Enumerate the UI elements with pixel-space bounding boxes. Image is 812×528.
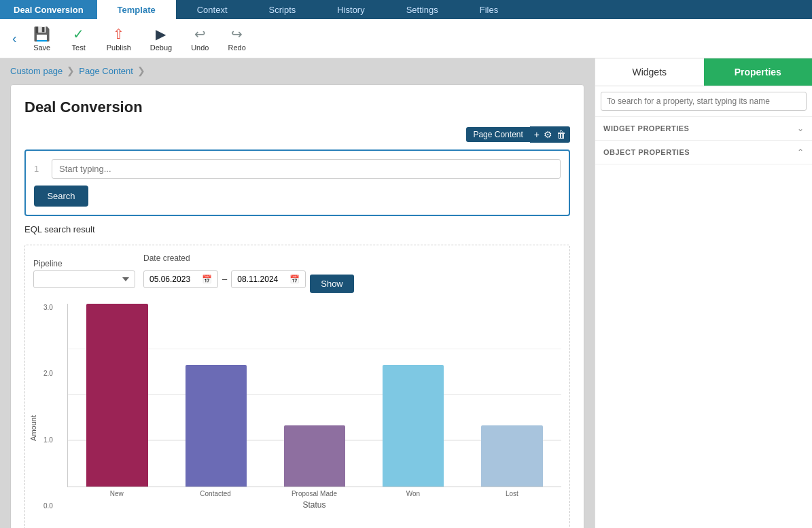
chart-filters: Pipeline Date created 05.06.2023 📅 [33, 253, 561, 293]
test-icon: ✓ [73, 26, 84, 42]
bar-proposal [284, 425, 345, 487]
add-content-icon[interactable]: + [534, 129, 540, 140]
publish-icon: ⇧ [113, 26, 124, 42]
bar-chart-container: Amount 3.0 2.0 1.0 0.0 [33, 304, 561, 528]
date-filter-group: Date created 05.06.2023 📅 – 08.11.2024 📅 [143, 253, 354, 293]
save-label: Save [33, 43, 50, 52]
panel-search [595, 86, 812, 117]
debug-button[interactable]: ▶ Debug [142, 22, 180, 56]
undo-label: Undo [191, 43, 209, 52]
pipeline-filter-group: Pipeline [33, 259, 135, 288]
pipeline-filter-label: Pipeline [33, 259, 135, 268]
calendar-from-icon[interactable]: 📅 [202, 275, 212, 284]
y-label-2: 2.0 [43, 370, 53, 377]
bar-group-lost [463, 304, 561, 487]
nav-tab-history[interactable]: History [317, 0, 385, 19]
date-filter-label: Date created [143, 253, 354, 263]
nav-tab-files[interactable]: Files [459, 0, 519, 19]
widget-properties-header[interactable]: WIDGET PROPERTIES ⌄ [603, 124, 804, 133]
search-input[interactable] [52, 159, 561, 179]
date-from-input[interactable]: 05.06.2023 📅 [143, 270, 218, 288]
object-properties-label: OBJECT PROPERTIES [603, 148, 690, 156]
property-search-input[interactable] [601, 92, 807, 111]
toolbar: ‹ 💾 Save ✓ Test ⇧ Publish ▶ Debug ↩ Undo… [0, 19, 812, 58]
eql-result-label: EQL search result [24, 224, 570, 234]
breadcrumb-page-content[interactable]: Page Content [79, 66, 133, 76]
debug-icon: ▶ [156, 26, 166, 42]
debug-label: Debug [150, 43, 172, 52]
bar-new [86, 304, 147, 487]
bars-container [67, 304, 561, 487]
publish-label: Publish [107, 43, 131, 52]
calendar-to-icon[interactable]: 📅 [289, 275, 300, 284]
y-label-1: 1.0 [43, 436, 53, 444]
bar-group-proposal [265, 304, 364, 487]
redo-button[interactable]: ↪ Redo [219, 22, 253, 56]
x-label-new: New [67, 490, 166, 497]
pipeline-select[interactable] [33, 270, 135, 288]
delete-content-icon[interactable]: 🗑 [557, 129, 566, 140]
show-button[interactable]: Show [310, 275, 354, 293]
y-axis-labels: 3.0 2.0 1.0 0.0 [43, 304, 53, 510]
date-from-value: 05.06.2023 [149, 275, 190, 284]
test-label: Test [72, 43, 86, 52]
redo-label: Redo [228, 43, 245, 52]
bar-group-contacted [166, 304, 265, 487]
bar-won [383, 365, 444, 487]
widget-properties-section: WIDGET PROPERTIES ⌄ [595, 117, 812, 141]
page-title: Deal Conversion [24, 99, 570, 116]
x-label-proposal: Proposal Made [265, 490, 364, 497]
date-range-dash: – [222, 274, 227, 284]
nav-tabs: Template Context Scripts History Setting… [97, 0, 520, 19]
breadcrumb: Custom page ❯ Page Content ❯ [10, 65, 584, 76]
bar-group-new [68, 304, 166, 487]
back-button[interactable]: ‹ [7, 31, 22, 46]
tab-properties[interactable]: Properties [704, 58, 813, 86]
x-labels: New Contacted Proposal Made Won Lost [67, 490, 561, 497]
date-to-value: 08.11.2024 [237, 275, 278, 284]
bar-group-won [364, 304, 463, 487]
search-button[interactable]: Search [34, 186, 88, 207]
publish-button[interactable]: ⇧ Publish [99, 22, 139, 56]
panel-tabs: Widgets Properties [595, 58, 812, 86]
redo-icon: ↪ [231, 26, 243, 42]
x-label-won: Won [364, 490, 462, 497]
nav-tab-template[interactable]: Template [97, 0, 177, 19]
object-properties-chevron: ⌃ [797, 147, 804, 157]
page-content-bar: Page Content + ⚙ 🗑 [24, 126, 570, 143]
test-button[interactable]: ✓ Test [62, 22, 96, 56]
search-line-num: 1 [34, 164, 48, 174]
nav-tab-context[interactable]: Context [177, 0, 249, 19]
undo-icon: ↩ [194, 26, 206, 42]
page-content-label: Page Content [466, 127, 529, 142]
breadcrumb-sep-1: ❯ [67, 65, 75, 76]
x-axis-title: Status [67, 500, 561, 510]
settings-content-icon[interactable]: ⚙ [544, 129, 552, 140]
widget-properties-chevron: ⌄ [797, 124, 804, 133]
chart-section: Pipeline Date created 05.06.2023 📅 [24, 245, 570, 528]
x-label-lost: Lost [463, 490, 561, 497]
y-axis-title: Amount [29, 415, 37, 441]
save-icon: 💾 [33, 26, 50, 42]
y-label-3: 3.0 [43, 304, 53, 311]
save-button[interactable]: 💾 Save [25, 22, 59, 56]
date-to-input[interactable]: 08.11.2024 📅 [231, 270, 306, 288]
x-label-contacted: Contacted [166, 490, 264, 497]
breadcrumb-sep-2: ❯ [137, 65, 145, 76]
nav-tab-scripts[interactable]: Scripts [249, 0, 317, 19]
nav-tab-settings[interactable]: Settings [386, 0, 459, 19]
date-inputs: 05.06.2023 📅 – 08.11.2024 📅 Show [143, 265, 354, 293]
search-widget: 1 Search [24, 149, 570, 216]
breadcrumb-custom-page[interactable]: Custom page [10, 66, 63, 76]
tab-widgets[interactable]: Widgets [595, 58, 704, 86]
search-input-row: 1 [34, 159, 561, 179]
page-card: Deal Conversion Page Content + ⚙ 🗑 1 Sea… [10, 84, 584, 528]
undo-button[interactable]: ↩ Undo [183, 22, 217, 56]
object-properties-section: OBJECT PROPERTIES ⌃ [595, 141, 812, 164]
page-content-actions: + ⚙ 🗑 [530, 126, 570, 143]
bar-contacted [186, 365, 247, 487]
object-properties-header[interactable]: OBJECT PROPERTIES ⌃ [603, 147, 804, 157]
main-area: Custom page ❯ Page Content ❯ Deal Conver… [0, 58, 812, 528]
y-label-0: 0.0 [43, 502, 53, 510]
canvas-area: Custom page ❯ Page Content ❯ Deal Conver… [0, 58, 595, 528]
